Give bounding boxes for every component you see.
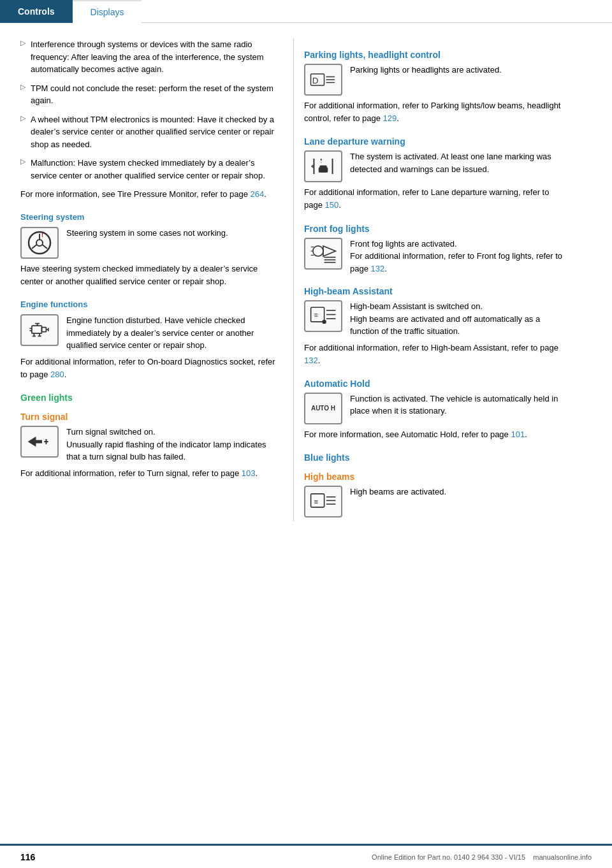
autoh-icon-row: AUTO H Function is activated. The vehicl… [304,393,566,424]
page-footer: 116 Online Edition for Part no. 0140 2 9… [0,844,612,868]
lane-icon-box [304,150,342,182]
highbeam-assistant-icon: ≡ [310,305,337,328]
svg-point-33 [313,245,323,256]
svg-text:!: ! [41,232,43,238]
blue-lights-heading: Blue lights [304,452,566,463]
highbeams-icon-row: ≡ High beams are activated. [304,486,566,517]
steering-section-heading: Steering system [20,212,278,222]
highbeam-heading: High-beam Assistant [304,286,566,296]
bullet-item-4: ▷ Malfunction: Have system checked immed… [20,157,278,182]
page-number: 116 [20,852,35,862]
parking-icon-box: D [304,64,342,96]
tpm-page-link[interactable]: 264 [251,189,265,199]
engine-icon-row: Engine function disturbed. Have vehicle … [20,314,278,352]
bullet-arrow-3: ▷ [20,114,26,122]
footer-text: Online Edition for Part no. 0140 2 964 3… [372,853,592,861]
autoh-body1: Function is activated. The vehicle is au… [350,394,558,416]
highbeams-sub-heading: High beams [304,472,566,482]
turn-signal-text-body: Turn signal switched on. Unusually rapid… [66,426,278,463]
highbeams-icon: ≡ [310,490,337,513]
parking-heading: Parking lights, headlight control [304,50,566,60]
parking-icon-row: D Parking lights or headlights are activ… [304,64,566,96]
highbeam-reference: For additional information, refer to Hig… [304,342,566,367]
parking-text-body: Parking lights or headlights are activat… [350,64,566,76]
turn-signal-icon-row: Turn signal switched on. Unusually rapid… [20,426,278,463]
highbeam-icon-row: ≡ High-beam Assistant is switched on. Hi… [304,300,566,338]
tab-displays[interactable]: Displays [73,0,142,23]
lane-text-body: The system is activated. At least one la… [350,150,566,175]
lane-reference: For additional information, refer to Lan… [304,186,566,212]
svg-marker-32 [311,164,314,169]
svg-rect-31 [319,166,326,170]
fog-lights-icon: — [310,242,337,265]
svg-text:D: D [312,76,319,85]
autoh-text-body: Function is activated. The vehicle is au… [350,393,566,417]
parking-page-link[interactable]: 129 [383,113,397,123]
left-column: ▷ Interference through systems or device… [0,38,293,521]
fog-icon-box: — [304,238,342,270]
steering-body1: Steering system in some cases not workin… [66,228,228,238]
autoh-page-link[interactable]: 101 [511,430,525,439]
turn-signal-icon-box [20,426,59,458]
svg-text:—: — [323,254,329,259]
lane-page-link[interactable]: 150 [325,200,339,210]
steering-para: Have steering system checked immediately… [20,263,278,288]
turn-signal-icon [27,432,52,451]
fog-icon-row: — Front fog lights are activated. For ad… [304,238,566,275]
engine-icon-box [20,314,59,346]
steering-icon-box: ! [20,227,59,259]
top-nav: Controls Displays [0,0,612,23]
turn-signal-page-link[interactable]: 103 [242,468,256,478]
highbeam-page-link[interactable]: 132 [304,356,318,365]
bullet-item-2: ▷ TPM could not conclude the reset: perf… [20,82,278,107]
bullet-text-3: A wheel without TPM electronics is mount… [31,113,278,151]
autoh-icon-box: AUTO H [304,393,342,424]
tpm-reference: For more information, see Tire Pressure … [20,188,278,201]
highbeam-body1: High-beam Assistant is switched on. [350,301,483,311]
svg-line-3 [32,245,37,249]
autoh-heading: Automatic Hold [304,379,566,389]
bullet-item-1: ▷ Interference through systems or device… [20,38,278,76]
parking-body1: Parking lights or headlights are activat… [350,65,502,75]
svg-marker-18 [28,437,42,447]
engine-text-body: Engine function disturbed. Have vehicle … [66,314,278,352]
highbeam-icon-box: ≡ [304,300,342,332]
highbeam-body2: High beams are activated and off automat… [350,314,540,336]
svg-point-1 [36,240,43,246]
bullet-text-2: TPM could not conclude the reset: perfor… [31,82,278,107]
svg-line-4 [43,245,48,249]
turn-signal-body1: Turn signal switched on. [66,427,156,437]
turn-signal-heading: Turn signal [20,412,278,422]
bullet-arrow-1: ▷ [20,39,26,47]
svg-rect-6 [32,326,42,334]
parking-lights-icon: D [310,69,337,90]
highbeams-body1: High beams are activated. [350,487,446,496]
highbeams-icon-box: ≡ [304,486,342,517]
highbeam-text-body: High-beam Assistant is switched on. High… [350,300,566,338]
svg-text:≡: ≡ [314,498,318,505]
engine-icon [27,318,52,342]
autoh-reference: For more information, see Automatic Hold… [304,428,566,441]
green-lights-heading: Green lights [20,393,278,403]
lane-departure-icon [310,155,337,178]
engine-body1: Engine function disturbed. Have vehicle … [66,315,254,350]
bullet-text-1: Interference through systems or devices … [31,38,278,76]
engine-section-heading: Engine functions [20,300,278,309]
parking-reference: For additional information, refer to Par… [304,99,566,125]
bullet-text-4: Malfunction: Have system checked immedia… [31,157,278,182]
footer-site: manualsonline.info [533,853,592,861]
svg-point-47 [322,320,326,324]
tab-controls[interactable]: Controls [0,0,73,23]
bullet-item-3: ▷ A wheel without TPM electronics is mou… [20,113,278,151]
fog-heading: Front fog lights [304,224,566,234]
lane-body1: The system is activated. At least one la… [350,152,551,174]
nav-line [142,0,612,23]
engine-page-link[interactable]: 280 [50,370,64,379]
turn-signal-reference: For additional information, refer to Tur… [20,467,278,480]
lane-heading: Lane departure warning [304,136,566,147]
fog-body1: Front fog lights are activated. [350,239,457,249]
fog-page-link[interactable]: 132 [371,264,385,273]
page-content: ▷ Interference through systems or device… [0,23,612,547]
steering-wheel-icon: ! [27,231,52,255]
steering-text-body: Steering system in some cases not workin… [66,227,278,240]
